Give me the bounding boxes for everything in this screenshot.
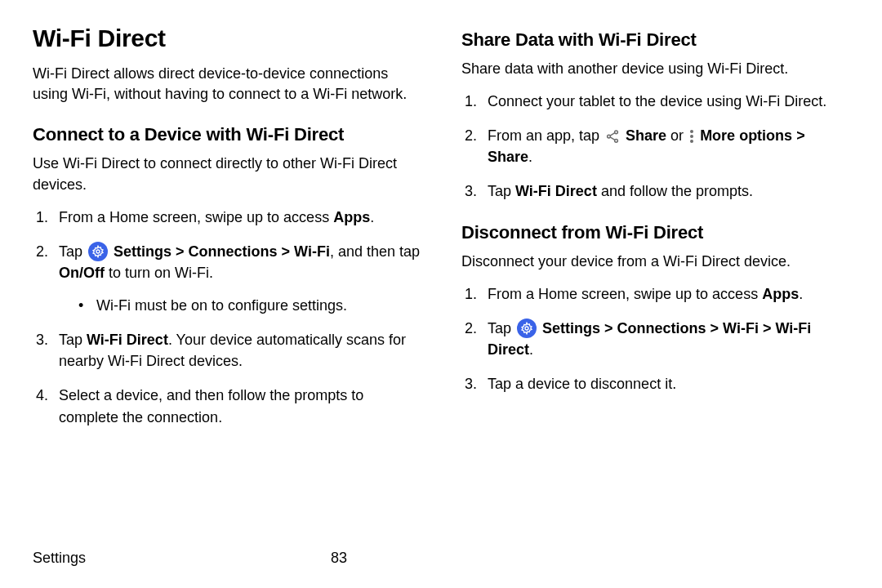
svg-point-0 [96,250,100,253]
sub-bullets: Wi-Fi must be on to configure settings. [59,295,421,316]
apps-label: Apps [762,286,799,302]
share-intro: Share data with another device using Wi-… [461,59,849,79]
share-steps: Connect your tablet to the device using … [461,91,849,202]
list-item: From a Home screen, swipe up to access A… [33,207,421,228]
step-text: . [528,149,532,165]
connect-intro: Use Wi-Fi Direct to connect directly to … [33,154,421,194]
breadcrumb-sep: > [278,243,295,260]
list-item: Tap Wi-Fi Direct. Your device automatica… [33,329,421,372]
settings-icon [517,318,537,338]
step-text: Tap [488,320,515,336]
step-text: From an app, tap [488,127,604,144]
list-item: Tap Settings > Connections > Wi-Fi > Wi-… [461,318,849,360]
breadcrumb-sep: > [706,320,724,336]
breadcrumb-sep: > [792,127,805,144]
settings-icon [88,242,108,261]
share-label: Share [488,149,528,165]
list-item: From a Home screen, swipe up to access A… [461,283,849,305]
svg-point-1 [615,130,618,133]
left-column: Wi-Fi Direct Wi-Fi Direct allows direct … [33,24,421,441]
svg-point-6 [690,130,693,133]
more-options-icon [689,129,694,144]
intro-text: Wi-Fi Direct allows direct device-to-dev… [33,64,421,105]
step-text: or [666,127,688,144]
svg-line-4 [610,132,615,135]
step-text: and follow the prompts. [597,183,753,199]
section-connect-heading: Connect to a Device with Wi-Fi Direct [33,124,421,145]
section-disconnect-heading: Disconnect from Wi-Fi Direct [461,222,849,243]
step-text: Tap [59,243,87,260]
list-item: Connect your tablet to the device using … [461,91,849,112]
section-share-heading: Share Data with Wi-Fi Direct [461,29,849,51]
svg-point-8 [690,140,693,143]
right-column: Share Data with Wi-Fi Direct Share data … [461,24,849,441]
content-columns: Wi-Fi Direct Wi-Fi Direct allows direct … [33,24,849,441]
wifi-direct-label: Wi-Fi Direct [87,332,168,348]
svg-point-9 [525,327,528,330]
breadcrumb-sep: > [600,320,617,336]
share-icon [605,129,620,144]
step-text: . [799,286,803,302]
svg-point-3 [615,139,618,142]
list-item: From an app, tap Share or More options >… [461,125,849,167]
apps-label: Apps [333,209,370,225]
step-text: . [529,341,533,358]
onoff-label: On/Off [59,265,105,281]
list-item: Select a device, and then follow the pro… [33,385,421,427]
step-text: to turn on Wi-Fi. [105,265,213,281]
wifi-direct-label: Wi-Fi Direct [515,183,597,199]
disconnect-intro: Disconnect your device from a Wi-Fi Dire… [461,252,849,272]
page-title: Wi-Fi Direct [33,24,421,52]
page-number: 83 [86,550,849,567]
connections-label: Connections [189,243,278,260]
page-footer: Settings 83 [33,550,849,567]
list-item: Tap a device to disconnect it. [461,373,849,394]
step-text: From a Home screen, swipe up to access [488,286,762,302]
list-item: Wi-Fi must be on to configure settings. [78,295,421,316]
settings-label: Settings [109,243,172,260]
wifi-label: Wi-Fi [723,320,759,336]
step-text: , and then tap [330,243,420,260]
list-item: Tap Wi-Fi Direct and follow the prompts. [461,180,849,202]
disconnect-steps: From a Home screen, swipe up to access A… [461,283,849,395]
breadcrumb-sep: > [759,320,776,336]
breadcrumb-sep: > [172,243,189,260]
connections-label: Connections [617,320,706,336]
settings-label: Settings [538,320,600,336]
svg-point-7 [690,135,693,138]
more-options-label: More options [696,127,792,144]
list-item: Tap Settings > Connections > Wi-Fi, and … [33,241,421,316]
step-text: From a Home screen, swipe up to access [59,209,333,225]
footer-section-label: Settings [33,550,86,567]
connect-steps: From a Home screen, swipe up to access A… [33,207,421,428]
step-text: . [370,209,374,225]
step-text: Tap [59,332,87,348]
step-text: Tap [488,183,515,199]
svg-line-5 [610,136,615,139]
share-label: Share [621,127,666,144]
svg-point-2 [608,135,611,138]
wifi-label: Wi-Fi [294,243,330,260]
